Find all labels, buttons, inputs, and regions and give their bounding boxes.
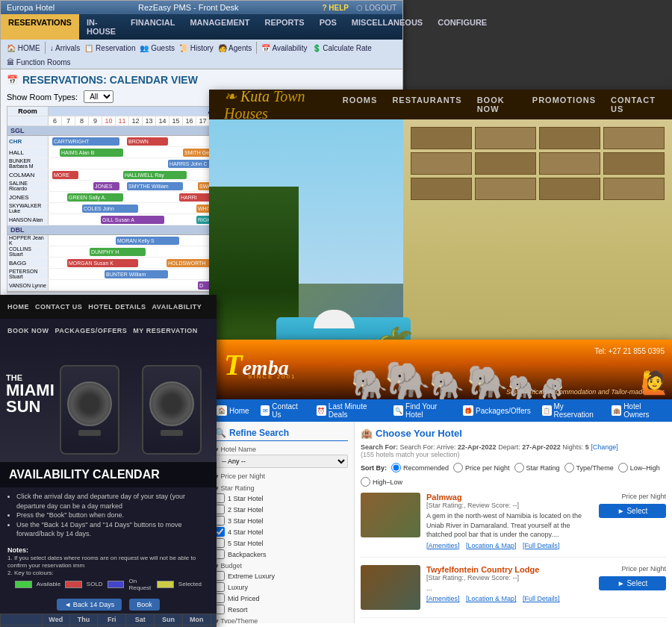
- details-link-1[interactable]: [Full Details]: [523, 542, 560, 549]
- elephant-6: 🐘: [538, 378, 564, 399]
- temba-home[interactable]: 🏠 Home: [217, 405, 249, 416]
- booking-gill[interactable]: GILL Susan A: [101, 216, 164, 224]
- temba-hotelowners[interactable]: 🏨 Hotel Owners: [612, 402, 665, 419]
- show-room-select[interactable]: All: [84, 90, 113, 103]
- booking-morgan[interactable]: MORGAN Susan K: [67, 259, 138, 267]
- room-col-header: Room: [7, 107, 49, 116]
- type-label: ▾ Type/Theme: [215, 617, 348, 623]
- booking-jones[interactable]: JONES: [93, 182, 119, 190]
- hotel-name-select[interactable]: -- Any --: [215, 455, 348, 468]
- kuta-umbrella: [314, 310, 355, 328]
- toolbar-history[interactable]: 📜 History: [179, 44, 214, 52]
- room-label-peterson: PETERSON Stuart: [7, 269, 49, 279]
- details-link-2[interactable]: [Full Details]: [523, 595, 560, 602]
- temba-findhotel[interactable]: 🔍 Find Your Hotel: [393, 402, 452, 419]
- star-4: 4 Star Hotel: [215, 527, 348, 537]
- kuta-nav-restaurants[interactable]: RESTAURANTS: [392, 96, 461, 113]
- toolbar-agents[interactable]: 🧑 Agents: [218, 44, 252, 52]
- toolbar-guests[interactable]: 👥 Guests: [140, 44, 174, 52]
- hotel-img-2: [361, 565, 420, 610]
- budget-mid: Mid Priced: [215, 593, 348, 603]
- nav-pos[interactable]: POS: [312, 14, 344, 40]
- elephant-area: 🐘 🐘 🐘 🐘 🐘 🐘 🙋: [343, 347, 672, 399]
- select-btn-2[interactable]: ► Select: [599, 576, 666, 590]
- sort-bar: Sort By: Recommended Price per Night Sta…: [361, 463, 666, 487]
- booking-moran[interactable]: MORAN Kelly S: [116, 237, 179, 245]
- page-title: RESERVATIONS: CALENDAR VIEW: [7, 74, 396, 86]
- rezeasy-logout-btn[interactable]: ⬡ LOGOUT: [356, 4, 396, 12]
- toolbar-arrivals[interactable]: ↓ Arrivals: [50, 44, 81, 52]
- booking-brown[interactable]: BROWN: [127, 137, 168, 146]
- nav-reservations[interactable]: RESERVATIONS: [1, 14, 79, 40]
- booking-smythe[interactable]: SMYTHE William: [127, 182, 183, 190]
- miami-avail-title: AVAILABILITY CALENDAR: [0, 462, 217, 487]
- nav-inhouse[interactable]: IN-HOUSE: [79, 14, 123, 40]
- person-icon: 🙋: [641, 369, 668, 396]
- kuta-balcony: [539, 178, 600, 200]
- hotel-name-twyfelfontein[interactable]: Twyfelfontein Country Lodge: [426, 565, 593, 574]
- booking-bunter[interactable]: BUNTER William: [105, 270, 168, 278]
- star-1: 1 Star Hotel: [215, 493, 348, 503]
- kuta-nav-rooms[interactable]: ROOMS: [343, 96, 378, 113]
- nav-management[interactable]: MANAGEMENT: [182, 14, 257, 40]
- nav-configure[interactable]: CONFIGURE: [430, 14, 494, 40]
- temba-packages[interactable]: 🎁 Packages/Offers: [463, 405, 531, 416]
- price-night-label: ▾ Price per Night: [215, 472, 348, 480]
- booking-cartwright[interactable]: CARTWRIGHT: [52, 137, 119, 146]
- date-17: 17: [196, 116, 210, 125]
- kuta-nav-contact[interactable]: CONTACT US: [611, 96, 657, 113]
- miami-nav-home[interactable]: HOME: [7, 303, 29, 311]
- miami-nav-contact[interactable]: CONTACT US: [35, 303, 82, 311]
- nav-reports[interactable]: REPORTS: [257, 14, 311, 40]
- rezeasy-help-btn[interactable]: ? HELP: [322, 4, 349, 12]
- miami-back-btn[interactable]: ◄ Back 14 Days: [57, 599, 122, 611]
- kuta-nav-booknow[interactable]: BOOK NOW: [477, 96, 517, 113]
- miami-logo-area: THE MIAMI SUN: [0, 366, 52, 422]
- hotel-name-palmwag[interactable]: Palmwag: [426, 493, 593, 502]
- type-section: ▾ Type/Theme B&B DB&B Full Board Fully I…: [215, 617, 348, 623]
- miami-nav-booknow[interactable]: BOOK NOW: [7, 327, 49, 334]
- toolbar-reservation[interactable]: 📋 Reservation: [84, 44, 135, 52]
- miami-navbar: HOME CONTACT US HOTEL DETAILS AVAILABILI…: [0, 295, 217, 319]
- toolbar-availability[interactable]: 📅 Availability: [261, 44, 307, 52]
- kuta-nav-promotions[interactable]: PROMOTIONS: [532, 96, 596, 113]
- booking-harri[interactable]: HARRI: [179, 193, 213, 202]
- booking-haims[interactable]: HAIMS Alan B: [60, 149, 123, 157]
- temba-contact[interactable]: ✉ Contact Us: [261, 402, 305, 419]
- booking-dumphy[interactable]: DUMPHY H: [90, 248, 146, 256]
- booking-more[interactable]: MORE: [52, 171, 78, 179]
- toolbar-calcrate[interactable]: 💲 Calculate Rate: [312, 44, 372, 52]
- miami-nav-avail[interactable]: AVAILABILITY: [152, 303, 202, 311]
- nav-misc[interactable]: MISCELLANEOUS: [344, 14, 430, 40]
- temba-banner: Temba SINCE 2001 Tel: +27 21 855 0395 So…: [209, 340, 672, 399]
- amenities-link-1[interactable]: [Amenities]: [426, 542, 460, 549]
- contact-icon: ✉: [261, 405, 270, 416]
- nav-financial[interactable]: FINANCIAL: [123, 14, 182, 40]
- temba-lastminute[interactable]: ⏰ Last Minute Deals: [317, 402, 382, 419]
- location-link-1[interactable]: [Location & Map]: [466, 542, 517, 549]
- kuta-balcony: [539, 127, 600, 149]
- change-link[interactable]: [Change]: [591, 443, 618, 451]
- amenities-link-2[interactable]: [Amenities]: [426, 595, 460, 602]
- booking-coles[interactable]: COLES John: [82, 205, 138, 213]
- miami-nav-hotel[interactable]: HOTEL DETAILS: [88, 303, 146, 311]
- toolbar-funcrooms[interactable]: 🏛 Function Rooms: [7, 58, 71, 66]
- miami-nav-myres[interactable]: MY RESERVATION: [133, 327, 197, 334]
- date-7: 7: [62, 116, 75, 125]
- booking-green[interactable]: GREEN Sally A.: [67, 193, 123, 202]
- miami-nav-packages[interactable]: PACKAGES/OFFERS: [55, 327, 128, 334]
- location-link-2[interactable]: [Location & Map]: [466, 595, 517, 602]
- miami-book-btn[interactable]: Book: [129, 599, 160, 611]
- hotel-links-2: [Amenities] [Location & Map] [Full Detai…: [426, 595, 593, 602]
- booking-halliwell[interactable]: HALLIWELL Ray: [123, 171, 187, 179]
- price-label-1: Price per Night: [599, 493, 666, 500]
- elephant-3: 🐘: [429, 371, 464, 399]
- select-btn-1[interactable]: ► Select: [599, 504, 666, 518]
- rezeasy-toolbar: 🏠 HOME ↓ Arrivals 📋 Reservation 👥 Guests…: [1, 40, 402, 69]
- budget-lux: Luxury: [215, 582, 348, 592]
- temba-myres[interactable]: 📋 My Reservation: [542, 402, 601, 419]
- budget-section: ▾ Budget Extreme Luxury Luxury Mid Price…: [215, 562, 348, 614]
- toolbar-home[interactable]: 🏠 HOME: [7, 44, 40, 52]
- refine-search-title: 🔍 Refine Search: [215, 428, 348, 441]
- kuta-balcony: [475, 178, 536, 200]
